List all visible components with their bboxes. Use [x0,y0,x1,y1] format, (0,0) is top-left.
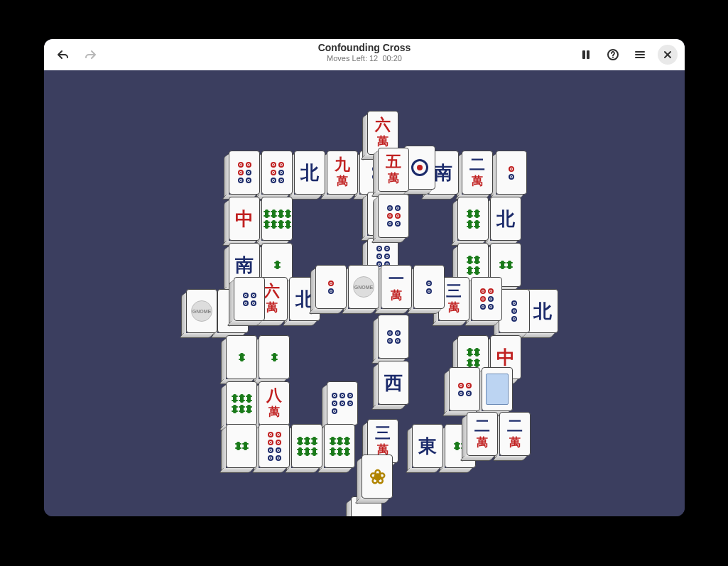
mahjong-tile[interactable]: 北 [527,289,558,333]
mahjong-tile[interactable] [261,151,293,195]
svg-rect-1 [587,50,590,59]
svg-point-3 [612,57,614,58]
mahjong-tile[interactable] [291,424,322,468]
header-bar: Confounding Cross Moves Left: 12 00:20 [44,39,685,70]
mahjong-tile[interactable] [449,367,480,411]
mahjong-tile[interactable] [327,381,358,425]
game-board[interactable]: 二萬南九萬北北中南北GNOME中八萬東六萬三萬北六萬二萬二萬三萬❀五萬一萬GNO… [44,70,685,516]
mahjong-tile[interactable]: 九萬 [327,151,358,195]
undo-button[interactable] [51,43,75,67]
mahjong-tile[interactable]: 二萬 [462,151,493,195]
mahjong-tile[interactable] [413,265,445,309]
mahjong-tile[interactable]: 西 [378,361,409,405]
menu-button[interactable] [628,43,652,67]
mahjong-tile[interactable]: GNOME [348,265,379,309]
mahjong-tile[interactable] [229,151,260,195]
mahjong-tile[interactable] [226,381,257,425]
redo-button[interactable] [78,43,102,67]
mahjong-tile[interactable]: ❀ [362,455,393,499]
mahjong-tile[interactable]: 二萬 [467,412,498,456]
mahjong-tile[interactable]: 北 [294,151,325,195]
mahjong-tile[interactable] [261,197,293,241]
mahjong-tile[interactable] [482,367,513,411]
help-button[interactable] [601,43,625,67]
app-window: Confounding Cross Moves Left: 12 00:20 二… [44,39,685,516]
mahjong-tile[interactable] [259,335,290,379]
mahjong-tile[interactable] [315,265,347,309]
mahjong-tile[interactable] [457,197,489,241]
mahjong-tile[interactable] [496,151,527,195]
mahjong-tile[interactable] [226,424,257,468]
mahjong-tile[interactable] [378,315,409,359]
mahjong-tile[interactable] [226,335,257,379]
close-button[interactable] [658,45,678,65]
mahjong-tile[interactable]: 二萬 [499,412,531,456]
mahjong-tile[interactable]: 北 [490,197,521,241]
mahjong-tile[interactable]: GNOME [186,289,217,333]
mahjong-tile[interactable] [324,424,355,468]
mahjong-tile[interactable]: 五萬 [378,148,409,192]
mahjong-tile[interactable] [259,424,290,468]
mahjong-tile[interactable] [499,289,530,333]
mahjong-tile[interactable]: 東 [412,424,443,468]
pause-button[interactable] [574,43,598,67]
mahjong-tile[interactable]: 中 [229,197,260,241]
mahjong-tile[interactable] [471,277,502,321]
mahjong-tile[interactable] [234,277,265,321]
svg-rect-0 [582,50,585,59]
mahjong-tile[interactable]: 一萬 [381,265,412,309]
mahjong-tile[interactable]: 八萬 [259,381,290,425]
mahjong-tile[interactable] [378,194,409,238]
